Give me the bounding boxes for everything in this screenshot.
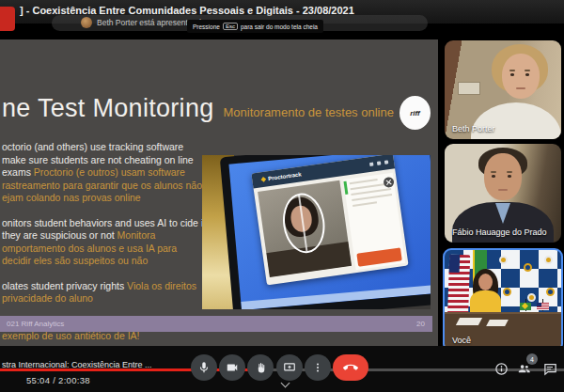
present-screen-button[interactable]: [276, 354, 303, 381]
camera-button[interactable]: [219, 354, 245, 381]
esc-toast-post: para sair do modo tela cheia: [241, 24, 318, 30]
raise-hand-icon: [255, 362, 267, 374]
mic-icon: [197, 361, 211, 374]
presenter-avatar: [81, 17, 92, 28]
leave-call-button[interactable]: [333, 354, 368, 381]
participants-count-badge: 4: [526, 353, 538, 365]
bullet-1: octorio (and others) use tracking softwa…: [2, 141, 208, 205]
person-face: [484, 153, 522, 200]
person-sweater: [471, 102, 561, 139]
app-logo-icon: [0, 7, 15, 31]
monitor-screen: Proctortrack: [228, 155, 431, 309]
green-tab: [343, 181, 348, 195]
esc-keycap: Esc: [223, 23, 238, 30]
slide-heading: ne Test Monitoring Monitoramento de test…: [2, 94, 394, 123]
riff-logo: riff: [400, 96, 431, 130]
presented-slide: ne Test Monitoring Monitoramento de test…: [0, 39, 438, 346]
slide-page-number: 20: [416, 320, 425, 328]
mini-brazil-flag: [520, 303, 531, 310]
person-face: [502, 54, 540, 99]
participant-tile-fabio[interactable]: Fábio Hauagge do Prado: [445, 144, 561, 243]
person-face: [478, 274, 493, 290]
bullet-3-en: olates student privacy rights: [2, 280, 127, 291]
wall-picture: [458, 82, 480, 95]
fullscreen-esc-toast: Pressione Esc para sair do modo tela che…: [187, 20, 323, 33]
raise-hand-button[interactable]: [247, 354, 274, 381]
participant-tile-beth-porter[interactable]: Beth Porter: [445, 40, 561, 139]
webcam-feed: [258, 180, 352, 277]
participant-tile-self[interactable]: Você: [443, 248, 563, 353]
footer-copyright: 021 Riff Analytics: [7, 320, 64, 328]
screen: ] - Coexistência Entre Comunidades Pesso…: [0, 0, 564, 392]
esc-toast-pre: Pressione: [193, 24, 220, 30]
paper: [456, 318, 482, 325]
slide-photo: Proctortrack: [202, 155, 431, 309]
slide-title: ne Test Monitoring: [2, 94, 214, 123]
proctortrack-logo: Proctortrack: [252, 171, 302, 183]
participant-name: Você: [452, 336, 471, 345]
windows-taskbar: [241, 284, 431, 309]
chat-button[interactable]: [543, 362, 557, 376]
paper: [486, 320, 509, 326]
bullet-2: onitors student behaviors and uses AI to…: [2, 217, 208, 268]
participant-name: Beth Porter: [452, 124, 495, 133]
mic-button[interactable]: [191, 354, 217, 381]
present-screen-icon: [283, 361, 296, 374]
participant-name: Fábio Hauagge do Prado: [452, 227, 547, 237]
proctortrack-window: Proctortrack: [251, 155, 408, 285]
bullet-3: olates student privacy rights Viola os d…: [2, 280, 208, 306]
us-flag-canton: [449, 255, 461, 273]
orange-continue-button: [356, 247, 401, 266]
info-icon: [494, 362, 509, 376]
more-options-button[interactable]: [305, 354, 331, 381]
chat-icon: [543, 362, 557, 376]
slide-footer: 021 Riff Analytics 20: [0, 316, 432, 332]
hangup-icon: [343, 360, 358, 375]
instructions-panel: [343, 173, 405, 270]
bullet-2-en: onitors student behaviors and uses AI to…: [2, 217, 206, 242]
monitor-bezel: Proctortrack: [220, 155, 431, 309]
video-time-display: 55:04 / 2:00:38: [26, 375, 90, 385]
slide-subtitle: Monitoramento de testes online: [224, 105, 394, 119]
mini-us-flag: [537, 303, 549, 310]
more-vertical-icon: [312, 362, 323, 373]
meeting-info-button[interactable]: [494, 362, 509, 376]
camera-icon: [226, 361, 239, 374]
